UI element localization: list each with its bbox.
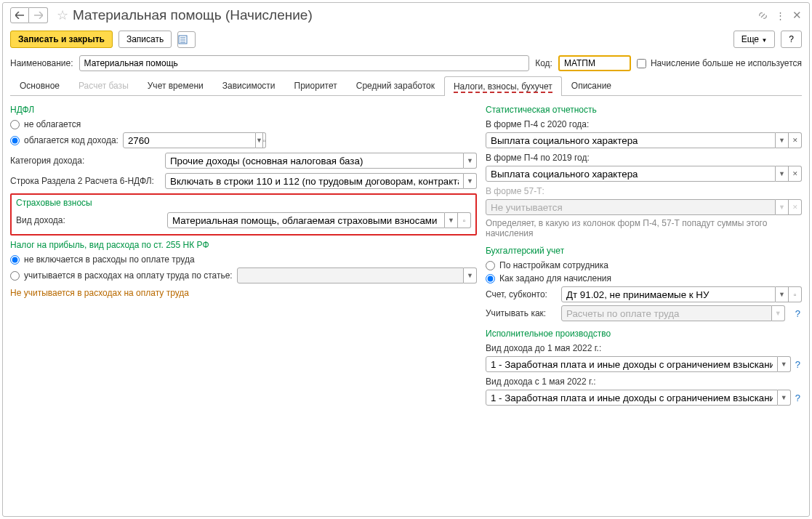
insurance-kind-dropdown[interactable]: ▼ — [445, 212, 458, 228]
ndfl-code-input[interactable] — [123, 132, 256, 148]
ndfl-cat-label: Категория дохода: — [10, 156, 159, 166]
stat-p4-2020-label: В форме П-4 с 2020 года: — [486, 119, 802, 129]
bu-acc-open[interactable]: ▫ — [789, 286, 802, 302]
exec-after-dropdown[interactable]: ▼ — [778, 390, 791, 406]
exec-after-label: Вид дохода с 1 мая 2022 г.: — [486, 377, 802, 387]
name-input[interactable] — [79, 55, 530, 71]
tab-time[interactable]: Учет времени — [138, 76, 213, 95]
bu-calc-select[interactable] — [561, 305, 772, 321]
chevron-down-icon: ▼ — [761, 37, 767, 44]
nav-back-button[interactable] — [10, 7, 29, 23]
close-icon[interactable]: ✕ — [792, 9, 802, 22]
help-button[interactable]: ? — [781, 31, 802, 48]
stat-p57-dropdown[interactable]: ▼ — [776, 199, 789, 215]
profit-opt1-label: не включается в расходы по оплате труда — [24, 254, 195, 265]
bu-opt2-radio[interactable] — [486, 274, 495, 283]
bu-title: Бухгалтерский учет — [486, 246, 802, 256]
exec-after-help[interactable]: ? — [794, 393, 802, 403]
inactive-label: Начисление больше не используется — [651, 58, 802, 68]
profit-opt2-radio[interactable] — [10, 271, 20, 281]
bu-opt1-label: По настройкам сотрудника — [499, 260, 608, 270]
ndfl-code-open[interactable]: ▫ — [263, 132, 267, 148]
code-input[interactable] — [558, 55, 631, 71]
tab-priority[interactable]: Приоритет — [285, 76, 347, 95]
bu-opt1-radio[interactable] — [486, 261, 495, 270]
ndfl-cat-dropdown[interactable]: ▼ — [464, 153, 477, 169]
ndfl-cat-select[interactable] — [165, 153, 464, 169]
list-icon — [178, 35, 188, 44]
insurance-kind-label: Вид дохода: — [16, 215, 161, 225]
arrow-right-icon — [34, 12, 43, 19]
ndfl-line-dropdown[interactable]: ▼ — [464, 173, 477, 189]
bu-acc-label: Счет, субконто: — [486, 289, 555, 299]
bu-calc-help[interactable]: ? — [794, 308, 802, 319]
tab-base[interactable]: Расчет базы — [69, 76, 138, 95]
profit-title: Налог на прибыль, вид расхода по ст. 255… — [10, 240, 477, 250]
ndfl-line-label: Строка Раздела 2 Расчета 6-НДФЛ: — [10, 176, 159, 186]
link-icon[interactable] — [757, 10, 768, 21]
bu-opt2-label: Как задано для начисления — [499, 273, 611, 283]
ndfl-tax-radio[interactable] — [10, 136, 20, 145]
exec-after-select[interactable] — [486, 390, 778, 406]
stat-p4-2019-dropdown[interactable]: ▼ — [776, 166, 789, 182]
bu-calc-dropdown[interactable]: ▼ — [772, 305, 785, 321]
ndfl-nottax-label: не облагается — [24, 119, 81, 129]
window-title: Материальная помощь (Начисление) — [73, 7, 313, 23]
stat-p57-label: В форме 57-Т: — [486, 186, 802, 196]
insurance-kind-open[interactable]: ▫ — [458, 212, 471, 228]
save-close-button[interactable]: Записать и закрыть — [10, 31, 113, 48]
inactive-checkbox[interactable] — [637, 59, 646, 68]
stat-p4-2019-select[interactable] — [486, 166, 776, 182]
insurance-title: Страховые взносы — [16, 198, 471, 208]
ndfl-code-dropdown[interactable]: ▼ — [256, 132, 263, 148]
ndfl-nottax-radio[interactable] — [10, 120, 20, 129]
stat-p4-2019-clear[interactable]: ✕ — [789, 166, 802, 182]
more-button[interactable]: Еще ▼ — [733, 31, 776, 48]
exec-before-label: Вид дохода до 1 мая 2022 г.: — [486, 343, 802, 353]
tab-taxes[interactable]: Налоги, взносы, бухучет — [444, 76, 562, 96]
stat-hint: Определяет, в какую из колонок форм П-4,… — [486, 218, 802, 238]
bu-acc-select[interactable] — [561, 286, 776, 302]
profit-article-dropdown[interactable]: ▼ — [464, 267, 477, 283]
bu-calc-label: Учитывать как: — [486, 308, 555, 318]
profit-opt2-label: учитывается в расходах на оплату труда п… — [24, 270, 233, 281]
exec-before-dropdown[interactable]: ▼ — [778, 356, 791, 372]
stat-p4-2020-clear[interactable]: ✕ — [789, 132, 802, 148]
stat-p4-2020-dropdown[interactable]: ▼ — [776, 132, 789, 148]
insurance-kind-select[interactable] — [167, 212, 445, 228]
exec-before-select[interactable] — [486, 356, 778, 372]
stat-p4-2019-label: В форме П-4 по 2019 год: — [486, 153, 802, 163]
nav-forward-button[interactable] — [29, 7, 48, 23]
ndfl-tax-label: облагается код дохода: — [24, 135, 118, 145]
exec-before-help[interactable]: ? — [794, 359, 802, 370]
tab-main[interactable]: Основное — [10, 76, 69, 95]
stat-p57-select[interactable] — [486, 199, 776, 215]
tab-desc[interactable]: Описание — [562, 76, 621, 95]
favorite-star-icon[interactable]: ☆ — [57, 7, 68, 23]
profit-note: Не учитывается в расходах на оплату труд… — [10, 288, 477, 298]
stat-p57-clear[interactable]: ✕ — [789, 199, 802, 215]
name-label: Наименование: — [10, 58, 73, 68]
profit-opt1-radio[interactable] — [10, 255, 20, 265]
profit-article-select[interactable] — [237, 267, 464, 283]
stat-p4-2020-select[interactable] — [486, 132, 776, 148]
code-label: Код: — [535, 58, 552, 68]
insurance-highlight-box: Страховые взносы Вид дохода: ▼ ▫ — [10, 193, 477, 236]
stat-title: Статистическая отчетность — [486, 105, 802, 115]
ndfl-line-select[interactable] — [165, 173, 464, 189]
exec-title: Исполнительное производство — [486, 329, 802, 339]
save-button[interactable]: Записать — [118, 31, 172, 48]
tab-bar: Основное Расчет базы Учет времени Зависи… — [10, 76, 802, 96]
bu-acc-dropdown[interactable]: ▼ — [776, 286, 789, 302]
tab-avg[interactable]: Средний заработок — [347, 76, 444, 95]
kebab-menu-icon[interactable]: ⋮ — [776, 10, 785, 21]
tab-deps[interactable]: Зависимости — [213, 76, 285, 95]
structure-button[interactable] — [177, 31, 196, 48]
arrow-left-icon — [15, 12, 24, 19]
ndfl-title: НДФЛ — [10, 105, 477, 115]
